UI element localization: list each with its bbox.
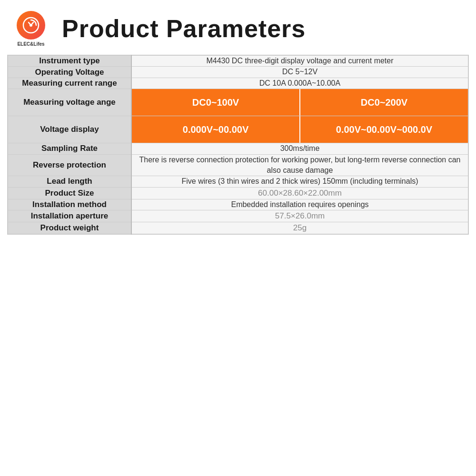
label-product-weight: Product weight bbox=[8, 222, 131, 234]
label-installation-method: Installation method bbox=[8, 199, 131, 210]
label-sampling-rate: Sampling Rate bbox=[8, 143, 131, 154]
table-row-lead-length: Lead lengthFive wires (3 thin wires and … bbox=[8, 176, 468, 187]
table-row-sampling-rate: Sampling Rate300ms/time bbox=[8, 143, 468, 154]
params-table: Instrument typeM4430 DC three-digit disp… bbox=[7, 55, 469, 235]
value-measuring-current-range: DC 10A 0.000A~10.00A bbox=[131, 78, 468, 89]
value-reverse-protection: There is reverse connection protection f… bbox=[131, 154, 468, 176]
value-right-measuring-voltage-range: DC0~200V bbox=[300, 89, 468, 116]
value-installation-method: Embedded installation requires openings bbox=[131, 199, 468, 210]
value-measuring-voltage-range: DC0~100VDC0~200V bbox=[132, 89, 468, 116]
table-row-measuring-voltage-range: Measuring voltage angeDC0~100VDC0~200V bbox=[8, 89, 468, 116]
value-product-size: 60.00×28.60×22.00mm bbox=[131, 187, 468, 199]
label-product-size: Product Size bbox=[8, 187, 131, 199]
value-voltage-display: 0.000V~00.00V0.00V~00.00V~000.0V bbox=[132, 116, 468, 143]
table-row-product-weight: Product weight25g bbox=[8, 222, 468, 234]
label-reverse-protection: Reverse protection bbox=[8, 154, 131, 176]
value-instrument-type: M4430 DC three-digit display voltage and… bbox=[131, 55, 468, 67]
table-row-installation-aperture: Installation aperture57.5×26.0mm bbox=[8, 210, 468, 222]
value-installation-aperture: 57.5×26.0mm bbox=[131, 210, 468, 222]
logo-circle bbox=[17, 11, 45, 40]
label-operating-voltage: Operating Voltage bbox=[8, 67, 131, 78]
table-row-operating-voltage: Operating VoltageDC 5~12V bbox=[8, 67, 468, 78]
page-wrapper: ELEC&Lifes Product Parameters Instrument… bbox=[0, 0, 476, 476]
value-left-measuring-voltage-range: DC0~100V bbox=[132, 89, 300, 116]
label-lead-length: Lead length bbox=[8, 176, 131, 187]
label-instrument-type: Instrument type bbox=[8, 55, 131, 67]
label-measuring-voltage-range: Measuring voltage ange bbox=[8, 89, 131, 116]
value-left-voltage-display: 0.000V~00.00V bbox=[132, 116, 300, 143]
value-lead-length: Five wires (3 thin wires and 2 thick wir… bbox=[131, 176, 468, 187]
value-operating-voltage: DC 5~12V bbox=[131, 67, 468, 78]
value-sampling-rate: 300ms/time bbox=[131, 143, 468, 154]
svg-point-1 bbox=[30, 24, 32, 27]
label-voltage-display: Voltage display bbox=[8, 116, 131, 143]
table-row-installation-method: Installation methodEmbedded installation… bbox=[8, 199, 468, 210]
logo-icon bbox=[22, 16, 40, 34]
label-installation-aperture: Installation aperture bbox=[8, 210, 131, 222]
page-title: Product Parameters bbox=[62, 14, 306, 43]
brand-text: ELEC&Lifes bbox=[17, 41, 44, 47]
logo-container: ELEC&Lifes bbox=[10, 10, 52, 48]
table-row-voltage-display: Voltage display0.000V~00.00V0.00V~00.00V… bbox=[8, 116, 468, 143]
value-right-voltage-display: 0.00V~00.00V~000.0V bbox=[300, 116, 468, 143]
table-row-product-size: Product Size60.00×28.60×22.00mm bbox=[8, 187, 468, 199]
value-product-weight: 25g bbox=[131, 222, 468, 234]
table-row-reverse-protection: Reverse protectionThere is reverse conne… bbox=[8, 154, 468, 176]
table-row-instrument-type: Instrument typeM4430 DC three-digit disp… bbox=[8, 55, 468, 67]
header: ELEC&Lifes Product Parameters bbox=[7, 5, 469, 55]
label-measuring-current-range: Measuring current range bbox=[8, 78, 131, 89]
table-row-measuring-current-range: Measuring current rangeDC 10A 0.000A~10.… bbox=[8, 78, 468, 89]
